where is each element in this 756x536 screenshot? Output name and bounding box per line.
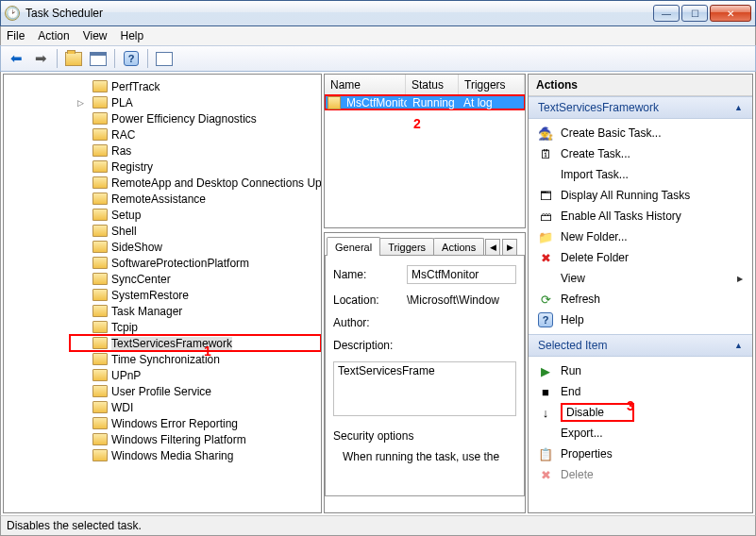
actions-list-selected: ▶Run ■End 3 ↓ Disable Export... 📋Propert…	[529, 357, 752, 489]
tree-item-label: UPnP	[111, 369, 141, 382]
statusbar-text: Disables the selected task.	[7, 519, 142, 532]
tab-triggers[interactable]: Triggers	[379, 238, 434, 256]
tree-item-label: SideShow	[111, 241, 162, 254]
disable-icon: ↓	[538, 405, 553, 420]
tree-item-label: Tcpip	[111, 321, 138, 334]
tree-item-shell[interactable]: Shell	[70, 223, 321, 239]
expander-icon[interactable]: ▷	[76, 98, 85, 108]
tree-item-perftrack[interactable]: PerfTrack	[70, 78, 321, 94]
actions-section-label: TextServicesFramework	[538, 101, 659, 114]
tree-item-tcpip[interactable]: Tcpip	[70, 319, 321, 335]
panes-button[interactable]	[87, 48, 109, 69]
tab-scroll-left[interactable]: ◀	[485, 239, 500, 256]
folder-icon	[92, 417, 108, 429]
tree-item-rac[interactable]: RAC	[70, 126, 321, 142]
task-list-hscroll[interactable]	[325, 209, 525, 225]
tree-item-ras[interactable]: Ras	[70, 142, 321, 159]
tree-item-task-manager[interactable]: Task Manager	[70, 303, 321, 319]
folder-icon	[92, 80, 108, 92]
tree-item-synccenter[interactable]: SyncCenter	[70, 271, 321, 287]
tree-item-upnp[interactable]: UPnP	[70, 367, 321, 383]
action-export[interactable]: Export...	[529, 423, 752, 444]
run-toolbar-button[interactable]	[153, 48, 176, 69]
action-disable-wrap[interactable]: ↓ Disable	[529, 402, 752, 423]
action-enable-history[interactable]: 🗃Enable All Tasks History	[529, 206, 752, 226]
action-create-task[interactable]: 🗓Create Task...	[529, 143, 752, 164]
tree-item-remoteapp-and-desktop-connections-update[interactable]: RemoteApp and Desktop Connections Update	[70, 175, 321, 191]
action-delete-folder[interactable]: ✖Delete Folder	[529, 247, 752, 268]
actions-section-context[interactable]: TextServicesFramework ▲	[529, 96, 752, 119]
task-columns-header: Name Status Triggers	[325, 75, 525, 95]
close-button[interactable]: ✕	[710, 5, 751, 22]
tree-view[interactable]: PerfTrack▷PLAPower Efficiency Diagnostic…	[4, 75, 321, 512]
column-status[interactable]: Status	[406, 75, 459, 94]
props-hscroll[interactable]	[325, 496, 525, 512]
action-create-basic-task[interactable]: 🧙Create Basic Task...	[529, 123, 752, 143]
tree-item-label: SystemRestore	[111, 289, 189, 302]
minimize-button[interactable]: —	[653, 5, 680, 22]
tree-item-setup[interactable]: Setup	[70, 207, 321, 223]
help-button[interactable]: ?	[120, 48, 143, 69]
menu-view[interactable]: View	[83, 29, 108, 42]
tree-item-label: Setup	[111, 209, 141, 222]
tree-item-softwareprotectionplatform[interactable]: SoftwareProtectionPlatform	[70, 255, 321, 271]
action-end[interactable]: ■End	[529, 381, 752, 402]
tree-item-wdi[interactable]: WDI	[70, 399, 321, 415]
actions-section-selected[interactable]: Selected Item ▲	[529, 334, 752, 357]
tree-item-windows-filtering-platform[interactable]: Windows Filtering Platform	[70, 431, 321, 447]
action-run[interactable]: ▶Run	[529, 360, 752, 381]
task-list[interactable]: MsCtfMonitor Running At log 2	[325, 95, 525, 209]
panes-icon	[90, 52, 107, 66]
tree-item-registry[interactable]: Registry	[70, 159, 321, 175]
tree-item-user-profile-service[interactable]: User Profile Service	[70, 383, 321, 399]
maximize-button[interactable]: ☐	[681, 5, 708, 22]
help-icon: ?	[124, 51, 139, 66]
window-title: Task Scheduler	[25, 7, 653, 20]
tab-actions[interactable]: Actions	[433, 238, 484, 256]
tree-item-power-efficiency-diagnostics[interactable]: Power Efficiency Diagnostics	[70, 110, 321, 126]
tree-item-time-synchronization[interactable]: Time Synchronization	[70, 351, 321, 367]
tree-item-systemrestore[interactable]: SystemRestore	[70, 287, 321, 303]
action-new-folder[interactable]: 📁New Folder...	[529, 226, 752, 247]
menu-help[interactable]: Help	[121, 29, 144, 42]
list-icon: 🗔	[538, 188, 553, 203]
tree-item-pla[interactable]: ▷PLA	[70, 94, 321, 110]
tab-general[interactable]: General	[327, 237, 380, 256]
action-disable[interactable]: Disable	[561, 403, 634, 422]
description-field[interactable]: TextServicesFrame	[333, 361, 516, 416]
properties-icon: 📋	[538, 446, 553, 461]
middle-pane: Name Status Triggers MsCtfMonitor Runnin…	[324, 74, 526, 513]
actions-section-label: Selected Item	[538, 339, 607, 352]
action-view[interactable]: View▶	[529, 268, 752, 289]
forward-button[interactable]: ➡	[29, 48, 52, 69]
action-refresh[interactable]: ⟳Refresh	[529, 289, 752, 310]
column-triggers[interactable]: Triggers	[459, 75, 525, 94]
menu-file[interactable]: File	[7, 29, 25, 42]
name-field[interactable]: MsCtfMonitor	[407, 265, 516, 284]
tree-item-sideshow[interactable]: SideShow	[70, 239, 321, 255]
action-help[interactable]: ?Help	[529, 310, 752, 330]
action-display-running[interactable]: 🗔Display All Running Tasks	[529, 185, 752, 206]
tree-item-windows-media-sharing[interactable]: Windows Media Sharing	[70, 447, 321, 463]
tree-item-label: WDI	[111, 401, 133, 414]
tab-scroll-right[interactable]: ▶	[502, 239, 517, 256]
actions-list-context: 🧙Create Basic Task... 🗓Create Task... Im…	[529, 119, 752, 334]
up-button[interactable]	[62, 48, 85, 69]
action-import-task[interactable]: Import Task...	[529, 164, 752, 185]
tree-item-label: Windows Filtering Platform	[111, 433, 246, 446]
column-name[interactable]: Name	[325, 75, 406, 94]
tree-item-textservicesframework[interactable]: TextServicesFramework	[69, 334, 321, 352]
tree-item-windows-error-reporting[interactable]: Windows Error Reporting	[70, 415, 321, 431]
task-row-msctfmonitor[interactable]: MsCtfMonitor Running At log	[324, 94, 526, 110]
location-value: \Microsoft\Window	[407, 293, 499, 307]
action-properties[interactable]: 📋Properties	[529, 444, 752, 464]
tree-item-label: RemoteAssistance	[111, 193, 206, 206]
back-button[interactable]: ⬅	[5, 48, 27, 69]
name-label: Name:	[333, 268, 401, 281]
folder-icon	[92, 112, 108, 125]
refresh-icon: ⟳	[538, 292, 553, 307]
actions-pane: Actions TextServicesFramework ▲ 🧙Create …	[528, 74, 753, 513]
action-delete[interactable]: ✖Delete	[529, 464, 752, 485]
tree-item-remoteassistance[interactable]: RemoteAssistance	[70, 191, 321, 207]
menu-action[interactable]: Action	[38, 29, 69, 42]
